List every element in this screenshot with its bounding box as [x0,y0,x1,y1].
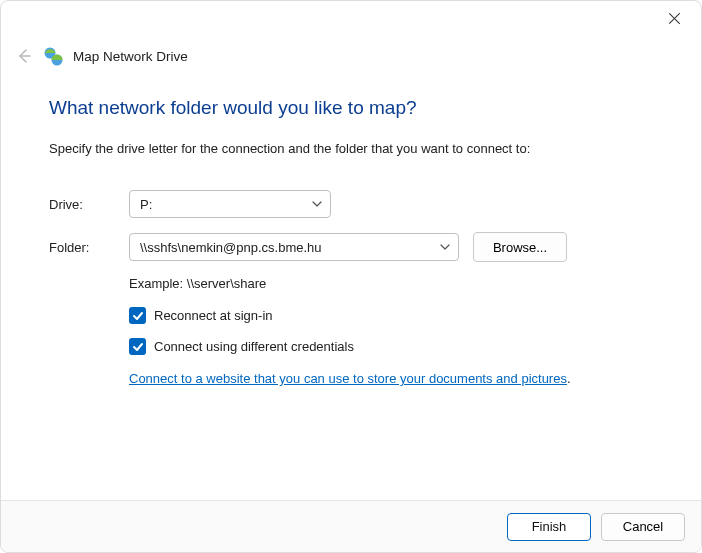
drive-select[interactable]: P: [129,190,331,218]
chevron-down-icon [312,199,322,209]
page-heading: What network folder would you like to ma… [49,97,653,119]
cancel-button[interactable]: Cancel [601,513,685,541]
drive-label: Drive: [49,197,129,212]
chevron-down-icon [440,242,450,252]
finish-button[interactable]: Finish [507,513,591,541]
wizard-header: Map Network Drive [13,43,689,69]
connect-website-link[interactable]: Connect to a website that you can use to… [129,371,567,386]
close-button[interactable] [667,11,683,27]
folder-label: Folder: [49,240,129,255]
example-text: Example: \\server\share [129,276,653,291]
instruction-text: Specify the drive letter for the connect… [49,141,653,156]
drive-select-value: P: [140,197,152,212]
browse-button[interactable]: Browse... [473,232,567,262]
wizard-title: Map Network Drive [73,49,188,64]
wizard-footer: Finish Cancel [1,500,701,552]
network-drive-icon [43,46,63,66]
credentials-label: Connect using different credentials [154,339,354,354]
reconnect-label: Reconnect at sign-in [154,308,273,323]
folder-combobox-value: \\sshfs\nemkin@pnp.cs.bme.hu [140,240,322,255]
credentials-checkbox[interactable] [129,338,146,355]
back-arrow-icon [13,46,33,66]
reconnect-checkbox[interactable] [129,307,146,324]
folder-combobox[interactable]: \\sshfs\nemkin@pnp.cs.bme.hu [129,233,459,261]
